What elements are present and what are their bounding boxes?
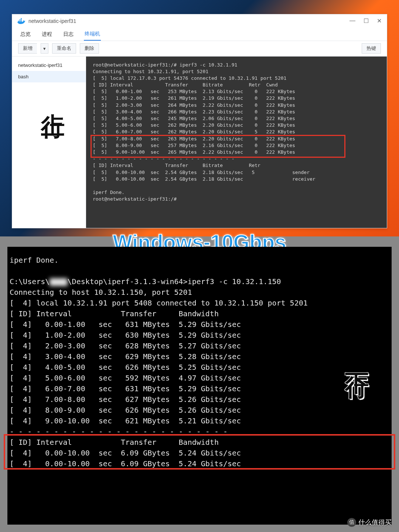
tab-terminal[interactable]: 终端机 — [84, 28, 101, 41]
tab-overview[interactable]: 总览 — [20, 28, 31, 41]
docker-container-window: networkstatic-iperf31 — ☐ ✕ 总览 进程 日志 终端机… — [12, 14, 387, 228]
add-button[interactable]: 新增 — [18, 43, 37, 54]
downstream-label: 下行 — [341, 355, 373, 359]
sidebar-item-bash[interactable]: bash — [12, 71, 86, 82]
terminal-lower[interactable]: iperf Done. C:\Users\▇▇▇▇\Desktop\iperf-… — [7, 247, 392, 525]
svg-rect-2 — [21, 21, 22, 22]
watermark-badge-icon: 值 — [347, 518, 356, 527]
svg-rect-3 — [20, 20, 21, 21]
docker-icon — [17, 18, 25, 24]
maximize-icon[interactable]: ☐ — [364, 17, 369, 24]
window-title: networkstatic-iperf31 — [28, 18, 76, 24]
window-controls: — ☐ ✕ — [349, 17, 382, 24]
delete-button[interactable]: 删除 — [80, 43, 99, 54]
tab-bar: 总览 进程 日志 终端机 — [12, 28, 387, 41]
svg-rect-5 — [21, 18, 22, 19]
close-icon[interactable]: ✕ — [377, 17, 382, 24]
watermark-text: 什么值得买 — [358, 518, 392, 527]
tab-process[interactable]: 进程 — [41, 28, 53, 41]
minimize-icon[interactable]: — — [349, 17, 355, 24]
svg-rect-0 — [18, 21, 19, 22]
svg-rect-1 — [20, 21, 21, 22]
upstream-label: 上行 — [37, 95, 69, 99]
add-dropdown-caret[interactable]: ▾ — [41, 43, 48, 54]
titlebar: networkstatic-iperf31 — ☐ ✕ — [12, 14, 387, 28]
watermark: 值 什么值得买 — [347, 518, 392, 527]
body: networkstatic-iperf31 bash root@networks… — [12, 57, 387, 228]
toolbar: 新增▾ 重命名 删除 热键 — [12, 41, 387, 56]
sidebar: networkstatic-iperf31 bash — [12, 57, 86, 228]
highlight-box-lower — [4, 434, 395, 470]
highlight-box-upper — [91, 135, 345, 158]
rename-button[interactable]: 重命名 — [52, 43, 76, 54]
hotkey-button[interactable]: 热键 — [362, 43, 381, 54]
terminal-upper[interactable]: root@networkstatic-iperf31:/# iperf3 -c … — [86, 57, 387, 228]
tab-logs[interactable]: 日志 — [62, 28, 74, 41]
svg-rect-4 — [21, 20, 22, 21]
sidebar-item-session-1[interactable]: networkstatic-iperf31 — [12, 59, 86, 71]
